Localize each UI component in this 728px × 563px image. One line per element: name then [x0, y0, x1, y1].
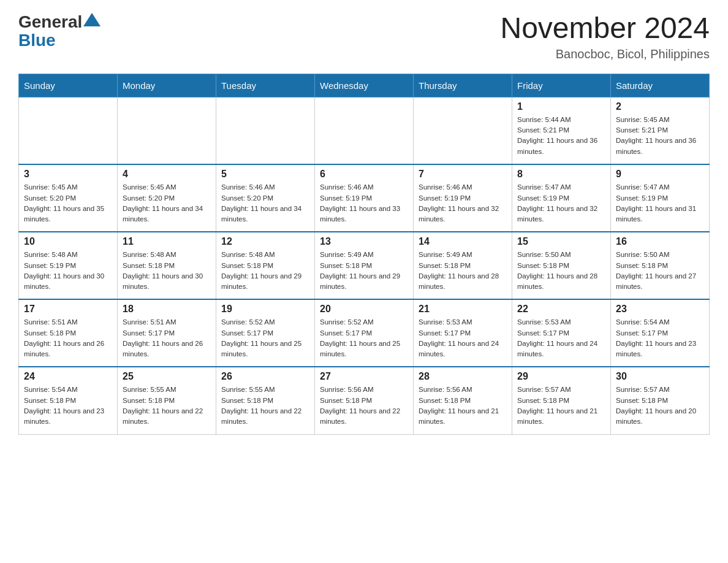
day-info: Sunrise: 5:46 AMSunset: 5:20 PMDaylight:…	[221, 182, 309, 224]
calendar-cell: 25Sunrise: 5:55 AMSunset: 5:18 PMDayligh…	[118, 367, 216, 434]
day-info: Sunrise: 5:53 AMSunset: 5:17 PMDaylight:…	[419, 317, 507, 359]
calendar-cell: 11Sunrise: 5:48 AMSunset: 5:18 PMDayligh…	[118, 232, 216, 299]
calendar-cell: 30Sunrise: 5:57 AMSunset: 5:18 PMDayligh…	[611, 367, 710, 434]
day-info: Sunrise: 5:47 AMSunset: 5:19 PMDaylight:…	[517, 182, 605, 224]
day-info: Sunrise: 5:47 AMSunset: 5:19 PMDaylight:…	[616, 182, 704, 224]
day-info: Sunrise: 5:50 AMSunset: 5:18 PMDaylight:…	[517, 250, 605, 292]
week-row-2: 3Sunrise: 5:45 AMSunset: 5:20 PMDaylight…	[19, 164, 710, 232]
calendar-cell: 20Sunrise: 5:52 AMSunset: 5:17 PMDayligh…	[315, 299, 414, 367]
week-row-1: 1Sunrise: 5:44 AMSunset: 5:21 PMDaylight…	[19, 97, 710, 164]
header-wednesday: Wednesday	[315, 74, 414, 97]
day-number: 13	[320, 236, 408, 247]
day-info: Sunrise: 5:55 AMSunset: 5:18 PMDaylight:…	[221, 385, 309, 427]
day-number: 27	[320, 371, 408, 382]
calendar-cell: 16Sunrise: 5:50 AMSunset: 5:18 PMDayligh…	[611, 232, 710, 299]
day-info: Sunrise: 5:44 AMSunset: 5:21 PMDaylight:…	[517, 115, 605, 157]
calendar-header-row: SundayMondayTuesdayWednesdayThursdayFrid…	[19, 74, 710, 97]
calendar-cell: 12Sunrise: 5:48 AMSunset: 5:18 PMDayligh…	[216, 232, 315, 299]
day-number: 9	[616, 169, 704, 180]
calendar-cell: 9Sunrise: 5:47 AMSunset: 5:19 PMDaylight…	[611, 164, 710, 232]
day-info: Sunrise: 5:51 AMSunset: 5:18 PMDaylight:…	[24, 317, 112, 359]
calendar-title: November 2024	[500, 12, 710, 45]
day-number: 29	[517, 371, 605, 382]
day-info: Sunrise: 5:49 AMSunset: 5:18 PMDaylight:…	[320, 250, 408, 292]
day-info: Sunrise: 5:56 AMSunset: 5:18 PMDaylight:…	[320, 385, 408, 427]
calendar-cell	[118, 97, 216, 164]
week-row-4: 17Sunrise: 5:51 AMSunset: 5:18 PMDayligh…	[19, 299, 710, 367]
calendar-cell: 14Sunrise: 5:49 AMSunset: 5:18 PMDayligh…	[414, 232, 512, 299]
calendar-cell: 22Sunrise: 5:53 AMSunset: 5:17 PMDayligh…	[512, 299, 611, 367]
day-info: Sunrise: 5:45 AMSunset: 5:20 PMDaylight:…	[24, 182, 112, 224]
day-info: Sunrise: 5:56 AMSunset: 5:18 PMDaylight:…	[419, 385, 507, 427]
day-info: Sunrise: 5:48 AMSunset: 5:19 PMDaylight:…	[24, 250, 112, 292]
day-info: Sunrise: 5:53 AMSunset: 5:17 PMDaylight:…	[517, 317, 605, 359]
logo-triangle-icon	[83, 13, 100, 26]
day-info: Sunrise: 5:49 AMSunset: 5:18 PMDaylight:…	[419, 250, 507, 292]
day-info: Sunrise: 5:48 AMSunset: 5:18 PMDaylight:…	[123, 250, 211, 292]
day-number: 11	[123, 236, 211, 247]
header-tuesday: Tuesday	[216, 74, 315, 97]
day-info: Sunrise: 5:52 AMSunset: 5:17 PMDaylight:…	[320, 317, 408, 359]
day-number: 8	[517, 169, 605, 180]
header-sunday: Sunday	[19, 74, 118, 97]
calendar-cell	[414, 97, 512, 164]
calendar-cell: 6Sunrise: 5:46 AMSunset: 5:19 PMDaylight…	[315, 164, 414, 232]
day-number: 25	[123, 371, 211, 382]
day-info: Sunrise: 5:57 AMSunset: 5:18 PMDaylight:…	[616, 385, 704, 427]
header-thursday: Thursday	[414, 74, 512, 97]
calendar-cell: 28Sunrise: 5:56 AMSunset: 5:18 PMDayligh…	[414, 367, 512, 434]
calendar-cell: 4Sunrise: 5:45 AMSunset: 5:20 PMDaylight…	[118, 164, 216, 232]
calendar-table: SundayMondayTuesdayWednesdayThursdayFrid…	[18, 74, 710, 435]
week-row-3: 10Sunrise: 5:48 AMSunset: 5:19 PMDayligh…	[19, 232, 710, 299]
header-monday: Monday	[118, 74, 216, 97]
calendar-cell: 19Sunrise: 5:52 AMSunset: 5:17 PMDayligh…	[216, 299, 315, 367]
logo-blue-text: Blue	[18, 31, 100, 50]
day-number: 30	[616, 371, 704, 382]
day-number: 5	[221, 169, 309, 180]
calendar-cell: 23Sunrise: 5:54 AMSunset: 5:17 PMDayligh…	[611, 299, 710, 367]
day-number: 10	[24, 236, 112, 247]
logo: General Blue	[18, 12, 100, 50]
calendar-cell: 3Sunrise: 5:45 AMSunset: 5:20 PMDaylight…	[19, 164, 118, 232]
calendar-cell: 24Sunrise: 5:54 AMSunset: 5:18 PMDayligh…	[19, 367, 118, 434]
day-info: Sunrise: 5:46 AMSunset: 5:19 PMDaylight:…	[320, 182, 408, 224]
calendar-cell: 17Sunrise: 5:51 AMSunset: 5:18 PMDayligh…	[19, 299, 118, 367]
day-info: Sunrise: 5:52 AMSunset: 5:17 PMDaylight:…	[221, 317, 309, 359]
day-number: 26	[221, 371, 309, 382]
day-number: 14	[419, 236, 507, 247]
day-info: Sunrise: 5:45 AMSunset: 5:20 PMDaylight:…	[123, 182, 211, 224]
calendar-cell	[216, 97, 315, 164]
day-number: 28	[419, 371, 507, 382]
day-info: Sunrise: 5:50 AMSunset: 5:18 PMDaylight:…	[616, 250, 704, 292]
calendar-cell: 26Sunrise: 5:55 AMSunset: 5:18 PMDayligh…	[216, 367, 315, 434]
calendar-cell: 21Sunrise: 5:53 AMSunset: 5:17 PMDayligh…	[414, 299, 512, 367]
day-number: 12	[221, 236, 309, 247]
day-info: Sunrise: 5:46 AMSunset: 5:19 PMDaylight:…	[419, 182, 507, 224]
day-info: Sunrise: 5:54 AMSunset: 5:18 PMDaylight:…	[24, 385, 112, 427]
day-number: 7	[419, 169, 507, 180]
calendar-subtitle: Banocboc, Bicol, Philippines	[500, 47, 710, 61]
day-number: 4	[123, 169, 211, 180]
calendar-cell: 2Sunrise: 5:45 AMSunset: 5:21 PMDaylight…	[611, 97, 710, 164]
day-number: 24	[24, 371, 112, 382]
day-number: 6	[320, 169, 408, 180]
page-header: General Blue November 2024 Banocboc, Bic…	[18, 12, 710, 61]
day-number: 1	[517, 101, 605, 112]
calendar-cell: 13Sunrise: 5:49 AMSunset: 5:18 PMDayligh…	[315, 232, 414, 299]
day-number: 19	[221, 304, 309, 315]
calendar-cell: 5Sunrise: 5:46 AMSunset: 5:20 PMDaylight…	[216, 164, 315, 232]
day-info: Sunrise: 5:55 AMSunset: 5:18 PMDaylight:…	[123, 385, 211, 427]
calendar-cell: 7Sunrise: 5:46 AMSunset: 5:19 PMDaylight…	[414, 164, 512, 232]
header-friday: Friday	[512, 74, 611, 97]
logo-general-text: General	[18, 12, 82, 32]
day-info: Sunrise: 5:48 AMSunset: 5:18 PMDaylight:…	[221, 250, 309, 292]
day-number: 20	[320, 304, 408, 315]
day-number: 15	[517, 236, 605, 247]
day-info: Sunrise: 5:57 AMSunset: 5:18 PMDaylight:…	[517, 385, 605, 427]
calendar-cell: 15Sunrise: 5:50 AMSunset: 5:18 PMDayligh…	[512, 232, 611, 299]
title-section: November 2024 Banocboc, Bicol, Philippin…	[500, 12, 710, 61]
calendar-cell	[19, 97, 118, 164]
calendar-cell	[315, 97, 414, 164]
day-number: 3	[24, 169, 112, 180]
week-row-5: 24Sunrise: 5:54 AMSunset: 5:18 PMDayligh…	[19, 367, 710, 434]
